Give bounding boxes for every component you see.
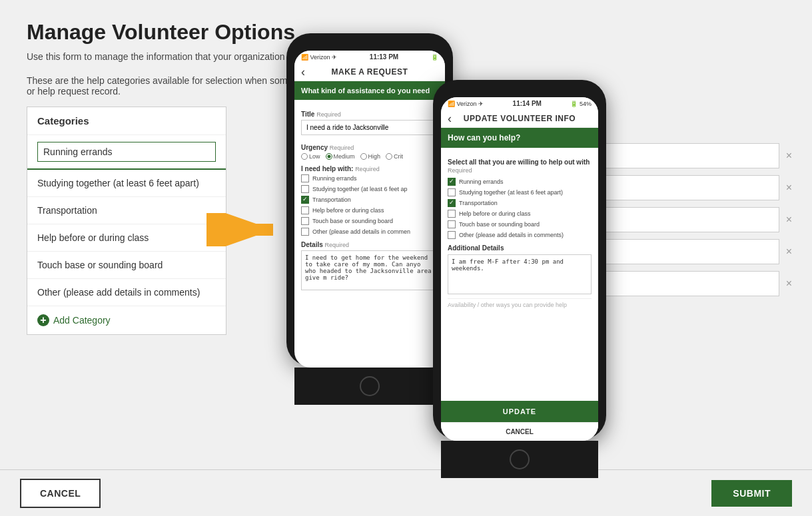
phone1-notch xyxy=(294,41,445,51)
radio-low xyxy=(301,153,308,160)
phone1-nav: ‹ MAKE A REQUEST xyxy=(294,63,445,81)
categories-header: Categories xyxy=(27,107,226,135)
phone2-status-bar: 📶 Verizon ✈ 11:14 PM 🔋 54% xyxy=(441,97,598,110)
list-item[interactable]: Other (please add details in comments) xyxy=(27,279,226,306)
cancel-button[interactable]: CANCEL xyxy=(20,479,101,508)
p2-checkbox-studying[interactable]: Studying together (at least 6 feet apart… xyxy=(448,188,592,196)
phone2-battery: 🔋 54% xyxy=(570,101,592,107)
checkbox-icon xyxy=(448,188,456,196)
checkbox-running-errands[interactable]: Running errands xyxy=(301,174,438,182)
phone2: 📶 Verizon ✈ 11:14 PM 🔋 54% ‹ UPDATE VOLU… xyxy=(433,80,606,439)
checkbox-icon-checked xyxy=(448,178,456,186)
phone1-battery: 🔋 xyxy=(431,54,438,61)
add-category-button[interactable]: + Add Category xyxy=(27,306,226,334)
radio-high xyxy=(360,153,367,160)
p2-checkbox-running[interactable]: Running errands xyxy=(448,178,592,186)
p2-checkbox-other[interactable]: Other (please add details in comments) xyxy=(448,231,592,239)
checkbox-icon xyxy=(301,206,309,214)
phone2-bottom xyxy=(441,441,598,478)
phone2-home-button[interactable] xyxy=(510,449,530,469)
bottom-bar: CANCEL SUBMIT xyxy=(0,469,812,516)
phone1-green-header: What kind of assistance do you need xyxy=(294,81,445,100)
phone1-bottom xyxy=(294,368,445,405)
select-all-label: Select all that you are willing to help … xyxy=(448,158,592,166)
checkbox-icon xyxy=(301,228,309,236)
checkbox-icon xyxy=(448,231,456,239)
urgency-required: Required xyxy=(330,144,354,151)
phone1-time: 11:13 PM xyxy=(370,53,398,61)
back-button[interactable]: ‹ xyxy=(448,112,452,126)
phone1-nav-title: MAKE A REQUEST xyxy=(332,67,408,77)
details-textarea[interactable]: I need to get home for the weekend to ta… xyxy=(301,250,438,290)
details-label: Details Required xyxy=(301,241,438,248)
list-item[interactable]: Touch base or sounding board xyxy=(27,252,226,279)
list-item[interactable]: Studying together (at least 6 feet apart… xyxy=(27,170,226,197)
checkbox-icon xyxy=(301,217,309,225)
radio-medium xyxy=(326,153,332,160)
p2-checkbox-transportation[interactable]: Transportation xyxy=(448,199,592,207)
phone2-carrier: 📶 Verizon ✈ xyxy=(448,101,484,107)
checkbox-icon-checked xyxy=(448,199,456,207)
remove-button[interactable]: × xyxy=(779,150,799,162)
checkbox-icon-checked xyxy=(301,196,309,204)
plus-icon: + xyxy=(37,314,49,326)
phone2-green-header: How can you help? xyxy=(441,128,598,148)
category-edit-row xyxy=(27,135,226,170)
list-item[interactable]: Transportation xyxy=(27,197,226,224)
update-button[interactable]: UPDATE xyxy=(441,401,598,422)
checkbox-icon xyxy=(448,210,456,218)
phone2-nav-title: UPDATE VOLUNTEER INFO xyxy=(464,114,576,123)
add-category-label: Add Category xyxy=(53,315,111,326)
phone1-form: Title Required Urgency Required Low Med xyxy=(294,100,445,368)
urgency-high[interactable]: High xyxy=(360,153,381,160)
remove-button[interactable]: × xyxy=(779,246,799,258)
remove-button[interactable]: × xyxy=(779,214,799,226)
urgency-options: Low Medium High Crit xyxy=(301,153,438,160)
checkbox-touch-base[interactable]: Touch base or sounding board xyxy=(301,217,438,225)
category-edit-input[interactable] xyxy=(37,142,216,162)
remove-button[interactable]: × xyxy=(779,278,799,290)
select-required: Required xyxy=(448,167,592,174)
title-required: Required xyxy=(316,111,341,118)
additional-details-textarea[interactable]: I am free M-F after 4:30 pm and weekends… xyxy=(448,254,592,294)
phone1-status-bar: 📶 Verizon ✈ 11:13 PM 🔋 xyxy=(294,51,445,63)
phone1: 📶 Verizon ✈ 11:13 PM 🔋 ‹ MAKE A REQUEST … xyxy=(286,33,453,366)
urgency-critical[interactable]: Crit xyxy=(386,153,403,160)
p2-checkbox-help-class[interactable]: Help before or during class xyxy=(448,210,592,218)
checkbox-other[interactable]: Other (please add details in commen xyxy=(301,228,438,236)
checkbox-icon xyxy=(301,174,309,182)
p2-checkbox-touch-base[interactable]: Touch base or sounding board xyxy=(448,220,592,228)
additional-details-label: Additional Details xyxy=(448,244,592,252)
back-button[interactable]: ‹ xyxy=(301,65,305,79)
categories-panel: Categories Studying together (at least 6… xyxy=(27,107,226,335)
urgency-medium[interactable]: Medium xyxy=(326,153,355,160)
availability-placeholder: Availability / other ways you can provid… xyxy=(448,298,592,308)
phone2-time: 11:14 PM xyxy=(513,100,542,107)
phone1-home-button[interactable] xyxy=(360,376,380,396)
urgency-label: Urgency Required xyxy=(301,144,438,151)
radio-critical xyxy=(386,153,392,160)
checkbox-studying[interactable]: Studying together (at least 6 feet ap xyxy=(301,185,438,193)
arrow-icon xyxy=(206,213,286,249)
phone2-form: Select all that you are willing to help … xyxy=(441,148,598,401)
submit-button[interactable]: SUBMIT xyxy=(711,480,792,507)
help-with-label: I need help with: Required xyxy=(301,165,438,172)
title-label: Title Required xyxy=(301,111,438,118)
checkbox-help-class[interactable]: Help before or during class xyxy=(301,206,438,214)
list-item[interactable]: Help before or during class xyxy=(27,224,226,252)
phone2-cancel[interactable]: CANCEL xyxy=(441,422,598,441)
checkbox-icon xyxy=(301,185,309,193)
phone2-nav: ‹ UPDATE VOLUNTEER INFO xyxy=(441,110,598,128)
checkbox-transportation[interactable]: Transportation xyxy=(301,196,438,204)
phone1-screen: 📶 Verizon ✈ 11:13 PM 🔋 ‹ MAKE A REQUEST … xyxy=(294,51,445,368)
phone2-notch xyxy=(441,88,598,97)
urgency-low[interactable]: Low xyxy=(301,153,320,160)
title-input[interactable] xyxy=(301,120,438,135)
phone2-screen: 📶 Verizon ✈ 11:14 PM 🔋 54% ‹ UPDATE VOLU… xyxy=(441,97,598,441)
checkbox-icon xyxy=(448,220,456,228)
phone1-carrier: 📶 Verizon ✈ xyxy=(301,54,337,61)
remove-button[interactable]: × xyxy=(779,182,799,194)
